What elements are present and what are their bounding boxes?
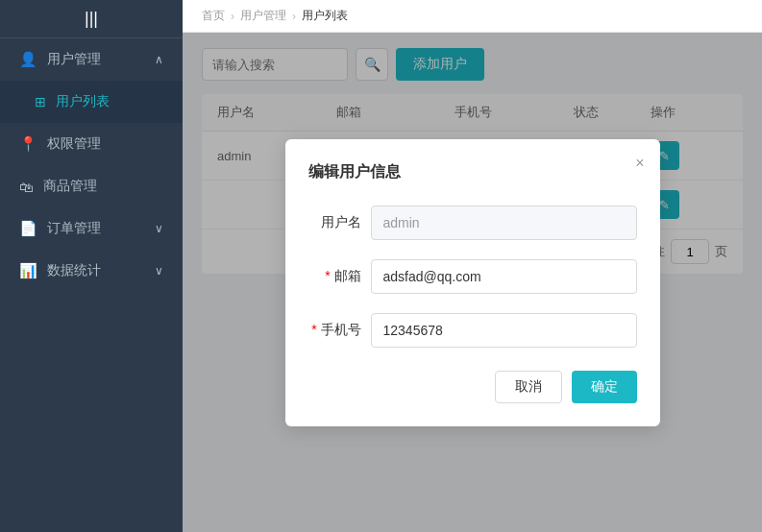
edit-user-modal: 编辑用户信息 × 用户名 邮箱 手机号	[285, 139, 660, 426]
sidebar-item-label: 用户管理	[47, 51, 101, 68]
breadcrumb-home[interactable]: 首页	[202, 8, 225, 24]
username-field[interactable]	[371, 206, 637, 240]
phone-label: 手机号	[308, 322, 371, 339]
chevron-down-icon: ∨	[155, 222, 163, 235]
person-icon: 👤	[19, 51, 37, 68]
modal-footer: 取消 确定	[308, 371, 637, 403]
breadcrumb-sep1: ›	[231, 10, 234, 23]
sidebar-item-label: 商品管理	[43, 178, 97, 195]
modal-overlay: 编辑用户信息 × 用户名 邮箱 手机号	[183, 33, 762, 532]
location-icon: 📍	[19, 135, 37, 153]
file-icon: 📄	[19, 220, 37, 237]
sidebar-item-data-stats[interactable]: 📊 数据统计 ∨	[0, 250, 183, 292]
sidebar-item-perm-mgmt[interactable]: 📍 权限管理	[0, 123, 183, 165]
modal-title: 编辑用户信息	[308, 162, 637, 182]
sidebar-logo: |||	[0, 0, 183, 38]
modal-close-button[interactable]: ×	[635, 155, 644, 172]
confirm-button[interactable]: 确定	[572, 371, 637, 403]
breadcrumb-user-mgmt[interactable]: 用户管理	[240, 8, 286, 24]
sidebar-item-label: 数据统计	[47, 262, 101, 279]
form-row-phone: 手机号	[308, 313, 637, 348]
main-content: 首页 › 用户管理 › 用户列表 🔍 添加用户 用户名 邮箱 手机号 状态 操作	[183, 0, 762, 532]
chevron-down-icon-stats: ∨	[155, 264, 163, 278]
sidebar: ||| 👤 用户管理 ∧ ⊞ 用户列表 📍 权限管理 🛍 商品管理 📄 订单管理…	[0, 0, 183, 532]
breadcrumb: 首页 › 用户管理 › 用户列表	[183, 0, 762, 33]
form-row-username: 用户名	[308, 206, 637, 240]
chevron-up-icon: ∧	[155, 53, 163, 66]
sidebar-item-user-mgmt[interactable]: 👤 用户管理 ∧	[0, 38, 183, 81]
sidebar-item-goods-mgmt[interactable]: 🛍 商品管理	[0, 165, 183, 207]
chart-icon: 📊	[19, 262, 37, 279]
sidebar-item-label: 权限管理	[47, 135, 101, 153]
box-icon: 🛍	[19, 179, 34, 195]
grid-icon: ⊞	[35, 94, 46, 109]
sidebar-item-label: 用户列表	[56, 93, 110, 110]
email-label: 邮箱	[308, 268, 371, 285]
sidebar-item-order-mgmt[interactable]: 📄 订单管理 ∨	[0, 207, 183, 250]
form-row-email: 邮箱	[308, 259, 637, 294]
username-label: 用户名	[308, 214, 371, 231]
content-area: 🔍 添加用户 用户名 邮箱 手机号 状态 操作 admin adsfad@qq.…	[183, 33, 762, 532]
phone-field[interactable]	[371, 313, 637, 348]
cancel-button[interactable]: 取消	[495, 371, 562, 403]
sidebar-item-label: 订单管理	[47, 220, 101, 237]
email-field[interactable]	[371, 259, 637, 294]
breadcrumb-user-list: 用户列表	[302, 8, 348, 24]
sidebar-item-user-list[interactable]: ⊞ 用户列表	[0, 81, 183, 123]
breadcrumb-sep2: ›	[292, 10, 296, 23]
